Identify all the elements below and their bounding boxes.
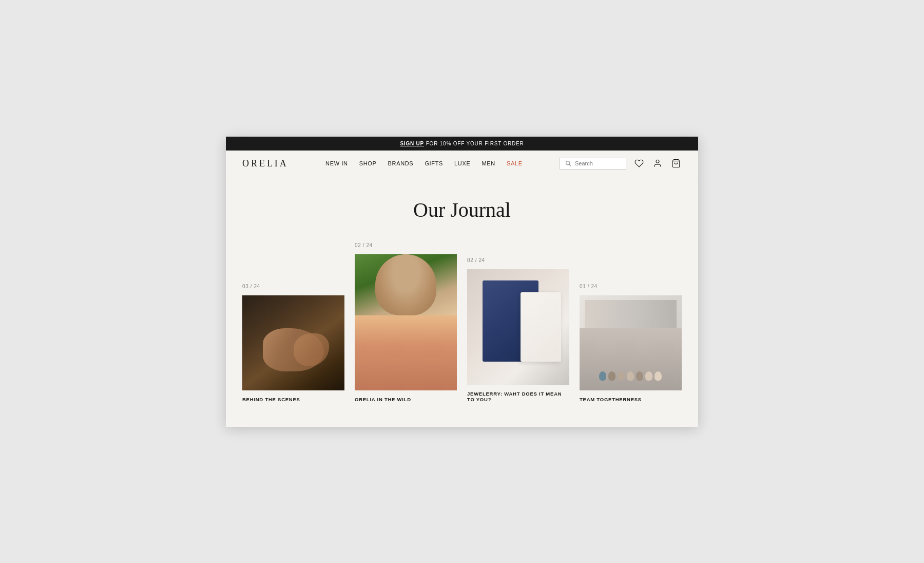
card-number-1: 03 / 24	[242, 284, 344, 289]
card-label-3: JEWELERRY: WAHT DOES IT MEAN TO YOU?	[467, 389, 569, 402]
user-icon	[653, 159, 662, 168]
nav-icons	[560, 158, 682, 170]
browser-window: SIGN UP FOR 10% OFF YOUR FIRST ORDER ORE…	[226, 137, 698, 427]
card-number-4: 01 / 24	[580, 284, 682, 289]
behind-the-scenes-image	[242, 295, 344, 390]
article-card-behind-the-scenes[interactable]: 03 / 24 BEHIND THE SCENES	[242, 284, 344, 402]
card-image-3	[467, 269, 569, 385]
article-card-team[interactable]: 01 / 24 TEAM TOGETHER	[580, 284, 682, 402]
card-number-3: 02 / 24	[467, 257, 569, 263]
card-label-2: ORELIA IN THE WILD	[355, 395, 457, 402]
wishlist-button[interactable]	[633, 158, 645, 169]
search-icon	[565, 160, 572, 167]
search-box[interactable]	[560, 158, 626, 170]
nav-luxe[interactable]: LUXE	[454, 160, 470, 166]
announcement-bar: SIGN UP FOR 10% OFF YOUR FIRST ORDER	[226, 137, 698, 151]
svg-line-1	[569, 164, 571, 166]
card-number-2: 02 / 24	[355, 242, 457, 248]
svg-point-2	[656, 160, 659, 163]
nav-gifts[interactable]: GIFTS	[425, 160, 443, 166]
card-label-4: TEAM TOGETHERNESS	[580, 395, 682, 402]
article-card-jewelerry[interactable]: 02 / 24 JEWELERRY: WAHT DOES IT MEAN TO …	[467, 257, 569, 402]
team-image	[580, 295, 682, 390]
people-row	[585, 371, 677, 381]
journal-grid: 03 / 24 BEHIND THE SCENES 02 / 24 ORELIA…	[242, 242, 682, 402]
card-image-1	[242, 295, 344, 390]
page-title: Our Journal	[242, 198, 682, 222]
jewelerry-image	[467, 269, 569, 385]
account-button[interactable]	[652, 158, 663, 169]
svg-point-0	[566, 161, 570, 164]
cart-button[interactable]	[670, 158, 682, 169]
article-card-orelia-wild[interactable]: 02 / 24 ORELIA IN THE WILD	[355, 242, 457, 402]
card-image-4	[580, 295, 682, 390]
orelia-wild-image	[355, 254, 457, 390]
nav-sale[interactable]: SALE	[507, 160, 523, 166]
search-input[interactable]	[575, 160, 621, 166]
nav-men[interactable]: MEN	[482, 160, 495, 166]
nav-links: NEW IN SHOP BRANDS GIFTS LUXE MEN SALE	[325, 160, 523, 166]
logo[interactable]: ORELIA	[242, 158, 288, 169]
nav-bar: ORELIA NEW IN SHOP BRANDS GIFTS LUXE MEN…	[226, 151, 698, 177]
card-label-1: BEHIND THE SCENES	[242, 395, 344, 402]
heart-icon	[634, 159, 644, 168]
nav-shop[interactable]: SHOP	[359, 160, 377, 166]
card-image-2	[355, 254, 457, 390]
nav-brands[interactable]: BRANDS	[388, 160, 414, 166]
nav-new-in[interactable]: NEW IN	[325, 160, 348, 166]
bag-icon	[671, 159, 681, 168]
announcement-suffix: FOR 10% OFF YOUR FIRST ORDER	[424, 141, 524, 146]
signup-link[interactable]: SIGN UP	[400, 141, 424, 146]
main-content: Our Journal 03 / 24 BEHIND THE SCENES 02…	[226, 177, 698, 427]
